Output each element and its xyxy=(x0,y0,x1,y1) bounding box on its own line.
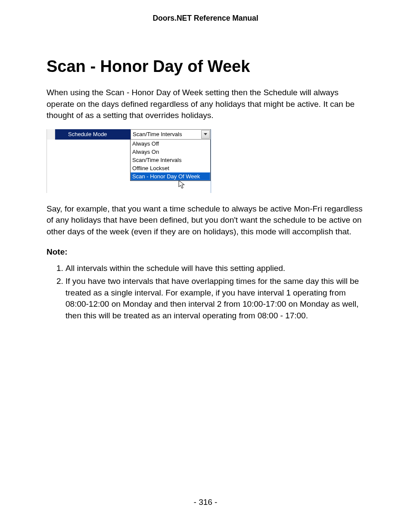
option-offline-lockset[interactable]: Offline Lockset xyxy=(131,164,210,172)
svg-marker-0 xyxy=(204,133,207,135)
page-number: - 316 - xyxy=(0,498,411,507)
option-always-off[interactable]: Always Off xyxy=(131,140,210,148)
page-title: Scan - Honor Day of Week xyxy=(47,57,364,76)
schedule-mode-figure: Schedule Mode Scan/Time Intervals Always… xyxy=(47,129,211,193)
schedule-mode-label: Schedule Mode xyxy=(55,129,131,140)
note-heading: Note: xyxy=(47,247,364,257)
schedule-mode-combobox[interactable]: Scan/Time Intervals xyxy=(131,129,211,140)
property-gutter xyxy=(47,129,55,140)
cursor-icon xyxy=(178,180,186,190)
example-paragraph: Say, for example, that you want a time s… xyxy=(47,203,364,238)
document-header: Doors.NET Reference Manual xyxy=(47,14,364,23)
schedule-mode-value: Scan/Time Intervals xyxy=(131,130,201,138)
schedule-mode-option-list: Always Off Always On Scan/Time Intervals… xyxy=(130,140,211,181)
chevron-down-icon xyxy=(204,133,207,135)
note-item: All intervals within the schedule will h… xyxy=(65,263,364,274)
dropdown-button[interactable] xyxy=(201,130,210,139)
option-scan-honor-day-of-week[interactable]: Scan - Honor Day Of Week xyxy=(131,172,210,180)
option-always-on[interactable]: Always On xyxy=(131,148,210,156)
intro-paragraph: When using the Scan - Honor Day of Week … xyxy=(47,87,364,121)
option-scan-time-intervals[interactable]: Scan/Time Intervals xyxy=(131,156,210,164)
note-item: If you have two intervals that have over… xyxy=(65,276,364,321)
notes-list: All intervals within the schedule will h… xyxy=(47,263,364,322)
